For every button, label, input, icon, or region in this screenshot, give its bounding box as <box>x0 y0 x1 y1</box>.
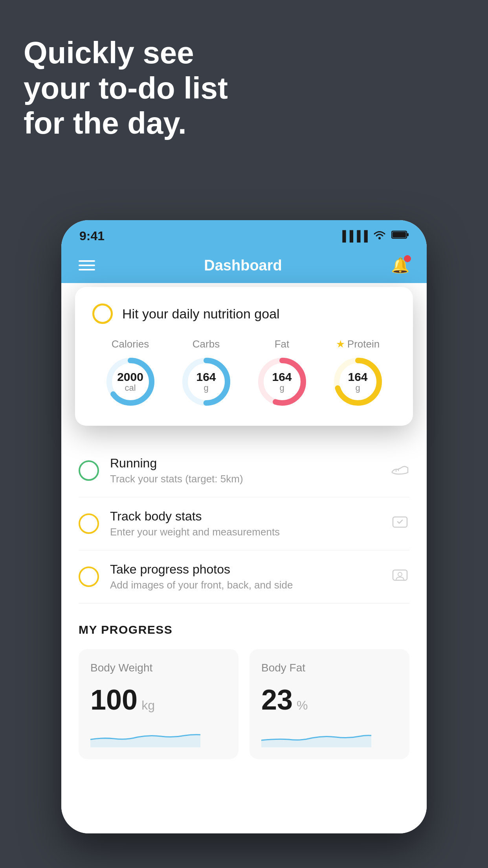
body-weight-unit: kg <box>141 698 155 713</box>
notification-bell-button[interactable]: 🔔 <box>391 257 409 274</box>
body-weight-chart <box>90 720 227 749</box>
body-fat-title: Body Fat <box>261 662 398 674</box>
todo-circle-photos <box>79 566 99 587</box>
progress-cards: Body Weight 100 kg Body Fat <box>79 649 409 759</box>
body-fat-chart <box>261 720 398 749</box>
headline-line1: Quickly see <box>24 35 194 70</box>
person-photo-icon <box>391 567 409 587</box>
svg-rect-2 <box>407 233 409 236</box>
star-icon: ★ <box>336 338 345 350</box>
fat-label: Fat <box>275 338 290 350</box>
progress-header: MY PROGRESS <box>79 623 409 636</box>
nutrition-carbs: Carbs 164 g <box>179 338 234 409</box>
todo-list: Running Track your stats (target: 5km) T… <box>61 444 427 603</box>
body-fat-value: 23 <box>261 684 293 716</box>
carbs-unit: g <box>196 383 216 393</box>
nutrition-card: Hit your daily nutrition goal Calories 2… <box>75 287 413 426</box>
body-fat-value-row: 23 % <box>261 684 398 716</box>
wifi-icon <box>372 230 387 243</box>
svg-rect-5 <box>393 570 407 580</box>
protein-label-row: ★ Protein <box>336 338 380 350</box>
signal-icon: ▐▐▐▐ <box>339 230 368 242</box>
svg-point-0 <box>378 237 381 239</box>
nutrition-calories: Calories 2000 cal <box>103 338 158 409</box>
protein-value: 164 <box>348 370 367 383</box>
todo-sub-running: Track your stats (target: 5km) <box>110 473 380 485</box>
body-weight-value: 100 <box>90 684 138 716</box>
calories-donut: 2000 cal <box>103 354 158 409</box>
todo-title-running: Running <box>110 456 380 471</box>
todo-text-running: Running Track your stats (target: 5km) <box>110 456 380 485</box>
nutrition-card-title: Hit your daily nutrition goal <box>122 306 280 322</box>
calories-unit: cal <box>117 383 143 393</box>
todo-item-track-body[interactable]: Track body stats Enter your weight and m… <box>79 497 409 550</box>
notification-dot <box>404 255 411 262</box>
running-shoe-icon <box>391 461 409 480</box>
body-weight-value-row: 100 kg <box>90 684 227 716</box>
nutrition-protein: ★ Protein 164 g <box>330 338 385 409</box>
carbs-donut: 164 g <box>179 354 234 409</box>
todo-text-photos: Take progress photos Add images of your … <box>110 562 380 591</box>
protein-donut: 164 g <box>330 354 385 409</box>
nav-bar: Dashboard 🔔 <box>61 248 427 283</box>
calories-label: Calories <box>112 338 149 350</box>
todo-item-running[interactable]: Running Track your stats (target: 5km) <box>79 444 409 497</box>
todo-sub-photos: Add images of your front, back, and side <box>110 579 380 591</box>
carbs-label: Carbs <box>193 338 220 350</box>
todo-item-photos[interactable]: Take progress photos Add images of your … <box>79 550 409 603</box>
fat-unit: g <box>272 383 292 393</box>
todo-sub-track-body: Enter your weight and measurements <box>110 526 380 538</box>
status-time: 9:41 <box>79 229 105 243</box>
todo-title-track-body: Track body stats <box>110 509 380 524</box>
calories-value: 2000 <box>117 370 143 383</box>
body-weight-card[interactable]: Body Weight 100 kg <box>79 649 238 759</box>
todo-circle-track-body <box>79 513 99 534</box>
nav-title: Dashboard <box>204 257 282 274</box>
status-icons: ▐▐▐▐ <box>339 230 409 243</box>
fat-donut: 164 g <box>255 354 310 409</box>
nutrition-fat: Fat 164 g <box>255 338 310 409</box>
protein-label: Protein <box>347 338 380 350</box>
battery-icon <box>391 230 409 242</box>
svg-point-6 <box>398 572 402 576</box>
protein-unit: g <box>348 383 367 393</box>
body-weight-title: Body Weight <box>90 662 227 674</box>
fat-value: 164 <box>272 370 292 383</box>
todo-text-track-body: Track body stats Enter your weight and m… <box>110 509 380 538</box>
body-fat-unit: % <box>297 698 308 713</box>
carbs-value: 164 <box>196 370 216 383</box>
my-progress-section: MY PROGRESS Body Weight 100 kg <box>61 603 427 775</box>
nutrition-todo-circle <box>92 303 113 324</box>
headline-line3: for the day. <box>24 106 187 140</box>
scale-icon <box>391 514 409 533</box>
nutrition-card-header: Hit your daily nutrition goal <box>92 303 396 324</box>
todo-circle-running <box>79 460 99 481</box>
headline-line2: your to-do list <box>24 71 228 105</box>
svg-rect-3 <box>393 232 406 237</box>
hamburger-menu-button[interactable] <box>79 260 95 270</box>
headline: Quickly see your to-do list for the day. <box>24 35 228 141</box>
body-fat-card[interactable]: Body Fat 23 % <box>250 649 409 759</box>
todo-title-photos: Take progress photos <box>110 562 380 577</box>
status-bar: 9:41 ▐▐▐▐ <box>61 220 427 248</box>
nutrition-row: Calories 2000 cal Carbs <box>92 338 396 409</box>
